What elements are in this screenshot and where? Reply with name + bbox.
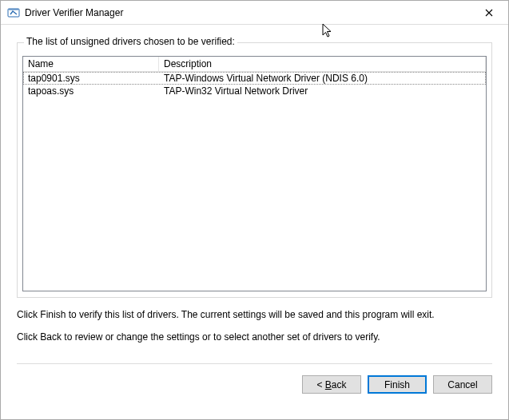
listview-body: tap0901.sys TAP-Windows Virtual Network … (23, 72, 486, 97)
cell-name: tapoas.sys (23, 85, 159, 97)
cell-name: tap0901.sys (23, 72, 159, 85)
wizard-buttons: < Back Finish Cancel (1, 364, 508, 405)
titlebar: Driver Verifier Manager (1, 1, 508, 25)
drivers-listview[interactable]: Name Description tap0901.sys TAP-Windows… (22, 56, 487, 291)
cell-description: TAP-Win32 Virtual Network Driver (159, 85, 486, 97)
cell-description: TAP-Windows Virtual Network Driver (NDIS… (159, 72, 486, 85)
listview-header: Name Description (23, 57, 486, 72)
table-row[interactable]: tapoas.sys TAP-Win32 Virtual Network Dri… (23, 85, 486, 97)
cancel-button[interactable]: Cancel (433, 375, 492, 394)
column-header-name[interactable]: Name (23, 57, 159, 71)
instructions: Click Finish to verify this list of driv… (17, 309, 492, 343)
groupbox-label: The list of unsigned drivers chosen to b… (24, 36, 237, 47)
close-button[interactable] (471, 1, 507, 25)
close-icon (485, 9, 493, 17)
column-header-description[interactable]: Description (159, 57, 486, 71)
app-icon (7, 6, 20, 19)
finish-button[interactable]: Finish (368, 375, 427, 394)
back-button[interactable]: < Back (302, 375, 361, 394)
instruction-line-1: Click Finish to verify this list of driv… (17, 309, 492, 320)
instruction-line-2: Click Back to review or change the setti… (17, 331, 492, 343)
drivers-groupbox: The list of unsigned drivers chosen to b… (17, 42, 492, 298)
window-title: Driver Verifier Manager (25, 7, 471, 18)
table-row[interactable]: tap0901.sys TAP-Windows Virtual Network … (23, 72, 486, 85)
